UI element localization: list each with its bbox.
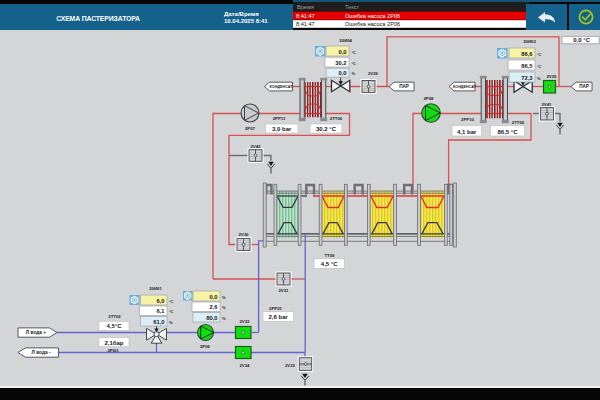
svg-text:86,5 °C: 86,5 °C [497,129,518,135]
svg-text:Ошибка насоса 2Р06: Ошибка насоса 2Р06 [345,13,400,19]
svg-text:СХЕМА ПАСТЕРИЗАТОРА: СХЕМА ПАСТЕРИЗАТОРА [56,15,140,22]
svg-text:20И04: 20И04 [339,38,352,43]
svg-text:30,2: 30,2 [335,60,346,66]
svg-text:Ошибка насоса 2Р06: Ошибка насоса 2Р06 [345,21,400,27]
svg-text:86,6: 86,6 [521,51,533,57]
svg-text:ПАР: ПАР [579,84,589,89]
svg-text:2ТТ06: 2ТТ06 [330,116,343,121]
svg-text:%: % [222,295,226,300]
svg-text:4,5°C: 4,5°C [106,323,122,329]
svg-text:2Р06: 2Р06 [200,344,211,349]
svg-text:°C: °C [169,299,174,304]
svg-text:Л вода +: Л вода + [26,330,46,335]
svg-text:ТТ09: ТТ09 [324,253,335,258]
svg-text:0,0: 0,0 [209,294,217,300]
svg-text:86,5: 86,5 [521,63,533,69]
svg-text:8:41:47: 8:41:47 [296,21,315,27]
svg-text:%: % [222,316,226,321]
svg-text:10.04.2025 8:41: 10.04.2025 8:41 [224,18,268,24]
svg-text:8:41:47: 8:41:47 [296,13,315,19]
svg-text:°C: °C [352,61,357,66]
svg-text:ПАР: ПАР [399,84,409,89]
svg-text:%: % [352,71,356,76]
svg-text:2Р07: 2Р07 [245,126,256,131]
svg-text:2Р08: 2Р08 [423,96,434,101]
svg-text:3,0 bar: 3,0 bar [272,126,292,132]
svg-text:2РР01: 2РР01 [269,306,283,311]
svg-text:6,1: 6,1 [156,308,165,314]
svg-text:2V26: 2V26 [368,71,379,76]
svg-text:Время: Время [297,4,314,10]
svg-text:°C: °C [537,52,542,57]
svg-text:2V42: 2V42 [250,144,261,149]
svg-text:2РР11: 2РР11 [273,116,286,121]
svg-text:2V41: 2V41 [541,102,552,107]
svg-text:2РI01: 2РI01 [107,348,119,353]
svg-text:%: % [222,305,226,310]
svg-text:КОНДЕНСАТ: КОНДЕНСАТ [453,84,477,89]
svg-text:Л вода -: Л вода - [31,350,50,355]
svg-text:0,0 °C: 0,0 °C [573,37,590,43]
svg-text:КОНДЕНСАТ: КОНДЕНСАТ [270,84,294,89]
svg-text:%: % [537,76,541,81]
svg-text:6,0: 6,0 [156,298,164,304]
svg-text:°C: °C [352,50,357,55]
svg-text:Текст: Текст [345,4,360,10]
svg-text:2V30: 2V30 [238,232,249,237]
svg-text:2V25: 2V25 [546,74,557,79]
svg-text:61,0: 61,0 [153,319,164,325]
svg-text:°C: °C [169,309,174,314]
svg-text:2,1бар: 2,1бар [104,340,123,346]
svg-text:2V31: 2V31 [278,288,289,293]
svg-text:30,2 °C: 30,2 °C [316,126,337,132]
svg-text:2,6 bar: 2,6 bar [269,314,289,320]
svg-text:2,6: 2,6 [209,304,218,310]
svg-text:72,3: 72,3 [521,75,533,81]
svg-text:20И03: 20И03 [523,39,536,44]
svg-text:%: % [169,320,173,325]
svg-text:2V32: 2V32 [239,319,250,324]
svg-text:4,5 °C: 4,5 °C [321,261,338,267]
svg-text:2ТТ05: 2ТТ05 [512,120,525,125]
svg-text:0,0: 0,0 [338,49,346,55]
svg-text:2V34: 2V34 [239,363,250,368]
svg-text:0,0: 0,0 [338,70,346,76]
svg-text:2ТТ02: 2ТТ02 [108,314,121,319]
svg-text:Дата/Время: Дата/Время [224,11,259,17]
svg-text:2РР10: 2РР10 [461,117,475,122]
svg-text:80,0: 80,0 [206,315,217,321]
svg-text:2V33: 2V33 [285,363,296,368]
svg-text:20И01: 20И01 [149,286,162,291]
svg-text:°C: °C [537,64,542,69]
svg-text:4,1 bar: 4,1 bar [457,129,477,135]
